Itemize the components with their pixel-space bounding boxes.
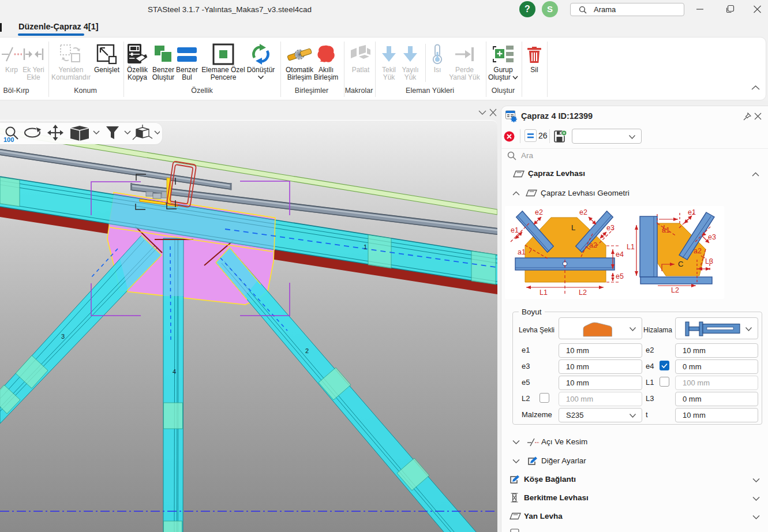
svg-text:L2: L2: [579, 289, 587, 297]
svg-text:e5: e5: [616, 272, 624, 280]
svg-text:1: 1: [364, 243, 367, 250]
svg-text:e2: e2: [579, 208, 587, 216]
svg-text:2: 2: [305, 347, 309, 354]
svg-text:e4: e4: [616, 250, 624, 258]
svg-text:100: 100: [3, 136, 14, 143]
svg-text:4: 4: [173, 368, 176, 375]
svg-text:L2: L2: [671, 286, 679, 294]
svg-text:a2: a2: [589, 241, 597, 249]
svg-text:e2: e2: [535, 208, 543, 216]
svg-text:a1: a1: [662, 226, 670, 234]
svg-text:L: L: [571, 223, 575, 232]
svg-text:a1: a1: [518, 248, 526, 256]
svg-text:C: C: [678, 260, 683, 268]
svg-text:L3: L3: [705, 257, 713, 265]
svg-text:e1: e1: [511, 226, 519, 234]
svg-text:e3: e3: [708, 233, 716, 241]
svg-text:L1: L1: [540, 289, 548, 297]
svg-text:e1: e1: [688, 208, 696, 216]
svg-text:e3: e3: [606, 224, 615, 232]
svg-text:3: 3: [61, 333, 65, 340]
svg-text:a2: a2: [694, 247, 702, 255]
svg-text:L1: L1: [627, 243, 635, 251]
